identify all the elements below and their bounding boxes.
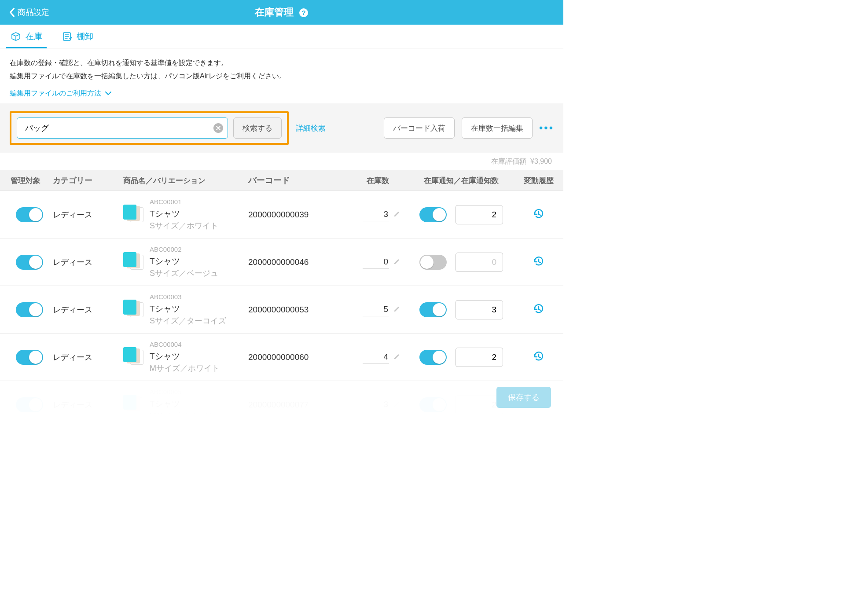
- barcode-arrival-button[interactable]: バーコード入荷: [384, 117, 455, 139]
- product-thumb: [123, 252, 143, 272]
- table-row: レディース ABC00002 Tシャツ Sサイズ／ベージュ 2000000000…: [0, 238, 563, 286]
- barcode-cell: 2000000000039: [248, 210, 347, 220]
- tab-label: 在庫: [26, 31, 42, 42]
- col-product: 商品名／バリエーション: [123, 176, 248, 186]
- save-label: 保存する: [508, 392, 540, 403]
- back-button[interactable]: 商品設定: [0, 7, 58, 18]
- col-notify: 在庫通知／在庫通知数: [408, 176, 514, 186]
- col-manage: 管理対象: [0, 176, 53, 186]
- product-thumb: [123, 205, 143, 225]
- history-icon: [532, 350, 545, 363]
- history-button[interactable]: [532, 255, 545, 268]
- barcode-arrival-label: バーコード入荷: [393, 123, 445, 133]
- valuation-value: ¥3,900: [530, 158, 552, 165]
- manage-toggle[interactable]: [16, 255, 43, 270]
- history-icon: [532, 302, 545, 315]
- info-line-1: 在庫数の登録・確認と、在庫切れを通知する基準値を設定できます。: [10, 56, 554, 70]
- barcode-cell: 2000000000046: [248, 257, 347, 267]
- valuation: 在庫評価額 ¥3,900: [0, 153, 563, 170]
- box-icon: [11, 31, 21, 42]
- history-icon: [532, 207, 545, 220]
- col-stock: 在庫数: [347, 176, 408, 186]
- variant: Mサイズ／ホワイト: [150, 363, 220, 375]
- variant: Sサイズ／ターコイズ: [150, 315, 226, 327]
- search-highlight: 検索する: [10, 111, 289, 145]
- category-cell: レディース: [53, 352, 123, 363]
- variant: Sサイズ／ホワイト: [150, 220, 218, 232]
- col-category: カテゴリー: [53, 175, 123, 186]
- help-icon: ?: [299, 8, 309, 18]
- history-button[interactable]: [532, 350, 545, 363]
- svg-text:?: ?: [301, 9, 305, 16]
- product-name: Tシャツ: [150, 350, 220, 363]
- sku: ABC00004: [150, 339, 220, 349]
- variant: Sサイズ／ベージュ: [150, 268, 218, 280]
- close-icon: [216, 126, 220, 130]
- stock-value[interactable]: 3: [363, 208, 389, 221]
- sku: ABC00002: [150, 244, 218, 254]
- help-button[interactable]: ?: [299, 8, 309, 18]
- notify-toggle[interactable]: [419, 207, 447, 222]
- category-cell: レディース: [53, 304, 123, 315]
- manage-toggle[interactable]: [16, 302, 43, 317]
- category-cell: レディース: [53, 257, 123, 268]
- search-button-label: 検索する: [242, 123, 272, 133]
- pencil-icon[interactable]: [393, 258, 400, 267]
- product-name: Tシャツ: [150, 207, 218, 220]
- page-title: 在庫管理: [255, 7, 294, 18]
- chevron-left-icon: [9, 7, 15, 17]
- tab-label: 棚卸: [77, 31, 93, 42]
- more-button[interactable]: •••: [540, 122, 554, 134]
- search-input-wrap[interactable]: [17, 117, 228, 139]
- file-usage-label: 編集用ファイルのご利用方法: [10, 87, 101, 100]
- table-row: レディース ABC00003 Tシャツ Sサイズ／ターコイズ 200000000…: [0, 286, 563, 334]
- product-thumb: [123, 300, 143, 320]
- file-usage-link[interactable]: 編集用ファイルのご利用方法: [10, 87, 112, 100]
- notify-toggle[interactable]: [419, 350, 447, 365]
- history-icon: [532, 255, 545, 268]
- stock-value[interactable]: 4: [363, 350, 389, 364]
- clear-search-button[interactable]: [213, 123, 223, 133]
- back-label: 商品設定: [18, 7, 49, 18]
- col-barcode: バーコード: [248, 175, 347, 186]
- manage-toggle[interactable]: [16, 350, 43, 365]
- product-name: Tシャツ: [150, 255, 218, 268]
- pencil-icon[interactable]: [393, 353, 400, 362]
- notify-count-input[interactable]: [456, 300, 503, 319]
- chevron-down-icon: [105, 91, 112, 96]
- search-button[interactable]: 検索する: [233, 117, 282, 139]
- advanced-search-link[interactable]: 詳細検索: [296, 123, 326, 133]
- save-button[interactable]: 保存する: [496, 387, 551, 408]
- manage-toggle[interactable]: [16, 207, 43, 222]
- tab-inventory[interactable]: 棚卸: [60, 25, 95, 48]
- table-row: レディース ABC00004 Tシャツ Mサイズ／ホワイト 2000000000…: [0, 334, 563, 381]
- notify-count-input[interactable]: [456, 205, 503, 224]
- pencil-icon[interactable]: [393, 210, 400, 219]
- bulk-edit-label: 在庫数一括編集: [471, 123, 523, 133]
- clipboard-icon: [62, 31, 72, 42]
- barcode-cell: 2000000000053: [248, 305, 347, 315]
- bulk-edit-button[interactable]: 在庫数一括編集: [462, 117, 533, 139]
- notify-toggle[interactable]: [419, 255, 447, 270]
- search-input[interactable]: [24, 123, 213, 133]
- col-history: 変動履歴: [514, 176, 563, 186]
- sku: ABC00003: [150, 292, 226, 302]
- ellipsis-icon: •••: [539, 122, 554, 134]
- notify-count-input[interactable]: [456, 348, 503, 367]
- info-line-2: 編集用ファイルで在庫数を一括編集したい方は、パソコン版Airレジをご利用ください…: [10, 70, 554, 83]
- notify-toggle[interactable]: [419, 302, 447, 317]
- stock-value[interactable]: 5: [363, 303, 389, 316]
- product-name: Tシャツ: [150, 302, 226, 315]
- stock-value[interactable]: 0: [363, 255, 389, 269]
- product-thumb: [123, 347, 143, 367]
- tab-stock[interactable]: 在庫: [9, 25, 44, 48]
- sku: ABC00001: [150, 197, 218, 207]
- notify-count-input: [456, 253, 503, 272]
- table-row: レディース ABC00001 Tシャツ Sサイズ／ホワイト 2000000000…: [0, 191, 563, 238]
- history-button[interactable]: [532, 207, 545, 220]
- barcode-cell: 2000000000060: [248, 352, 347, 362]
- history-button[interactable]: [532, 302, 545, 315]
- pencil-icon[interactable]: [393, 305, 400, 314]
- category-cell: レディース: [53, 209, 123, 220]
- valuation-label: 在庫評価額: [491, 158, 526, 165]
